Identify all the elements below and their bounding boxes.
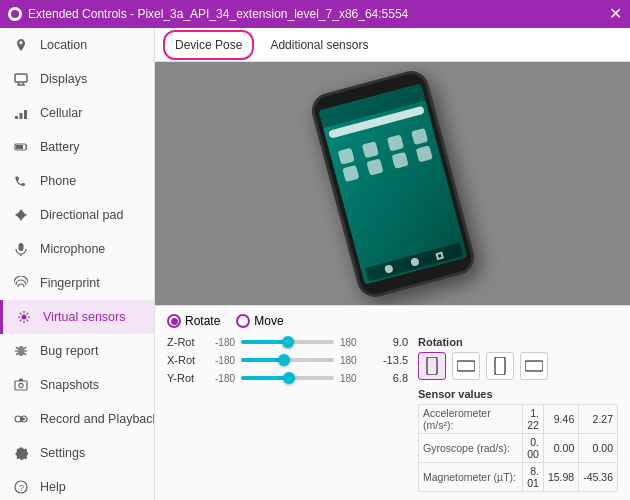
gyro-v2: 0.00 [543,434,578,463]
sidebar: LocationDisplaysCellularBatteryPhoneDire… [0,28,155,500]
mag-v2: 15.98 [543,463,578,492]
sidebar-item-fingerprint[interactable]: Fingerprint [0,266,154,300]
sidebar-item-bug-report[interactable]: Bug report [0,334,154,368]
sidebar-item-location[interactable]: Location [0,28,154,62]
app-icon [8,7,22,21]
sidebar-item-record-playback[interactable]: Record and Playback [0,402,154,436]
accel-v3: 2.27 [579,405,618,434]
sliders-section: Z-Rot -180 180 9.0 X-Rot -180 [167,336,408,492]
svg-marker-30 [20,416,26,422]
phone-icon [415,145,432,162]
svg-rect-11 [16,145,23,149]
svg-line-24 [16,353,18,355]
phone-icon [362,141,379,158]
fingerprint-icon [12,274,30,292]
svg-point-0 [11,10,19,18]
svg-marker-13 [19,218,23,221]
displays-icon [12,70,30,88]
y-rot-track[interactable] [241,376,334,380]
svg-line-25 [24,353,26,355]
device-view [155,62,630,305]
sidebar-item-snapshots[interactable]: Snapshots [0,368,154,402]
sensor-values-label: Sensor values [418,388,618,400]
svg-marker-12 [19,209,23,212]
y-rot-max: 180 [340,373,368,384]
phone-screen [318,83,467,284]
sidebar-item-battery[interactable]: Battery [0,130,154,164]
svg-rect-7 [24,110,27,119]
accel-v2: 9.46 [543,405,578,434]
sidebar-item-displays[interactable]: Displays [0,62,154,96]
sidebar-item-cellular[interactable]: Cellular [0,96,154,130]
sidebar-label-cellular: Cellular [40,106,82,120]
location-icon [12,36,30,54]
rot-portrait[interactable] [418,352,446,380]
phone-nav-back [383,264,393,274]
z-rot-max: 180 [340,337,368,348]
svg-point-19 [22,315,27,320]
svg-rect-6 [20,113,23,119]
close-button[interactable]: ✕ [609,6,622,22]
controls-area: Rotate Move Z-Rot -180 [155,305,630,500]
move-radio[interactable] [236,314,250,328]
mode-row: Rotate Move [167,314,618,328]
x-rot-label: X-Rot [167,354,203,366]
sidebar-label-battery: Battery [40,140,80,154]
sensor-table: Accelerometer (m/s²): 1.22 9.46 2.27 Gyr… [418,404,618,492]
rotate-option[interactable]: Rotate [167,314,220,328]
tab-additional-sensors[interactable]: Additional sensors [258,30,380,60]
move-option[interactable]: Move [236,314,283,328]
accel-name: Accelerometer (m/s²): [419,405,523,434]
sidebar-label-directional-pad: Directional pad [40,208,123,222]
z-rot-label: Z-Rot [167,336,203,348]
phone-nav-recent [435,251,444,260]
y-rot-label: Y-Rot [167,372,203,384]
svg-rect-34 [457,361,475,371]
table-row: Accelerometer (m/s²): 1.22 9.46 2.27 [419,405,618,434]
svg-line-22 [16,347,18,349]
svg-text:?: ? [19,483,24,493]
title-bar: Extended Controls - Pixel_3a_API_34_exte… [0,0,630,28]
record-playback-icon [12,410,30,428]
rotation-label: Rotation [418,336,618,348]
svg-rect-17 [19,243,24,251]
rotate-label: Rotate [185,314,220,328]
phone-icon [386,134,403,151]
y-rot-value: 6.8 [372,372,408,384]
phone-nav-home [409,257,419,267]
rot-landscape-left[interactable] [452,352,480,380]
z-rot-track[interactable] [241,340,334,344]
content-area: Device Pose Additional sensors [155,28,630,500]
phone-icon [342,165,359,182]
phone-icon [391,151,408,168]
svg-marker-15 [24,213,27,217]
sidebar-label-virtual-sensors: Virtual sensors [43,310,125,324]
sensors-section: Rotation [418,336,618,492]
sidebar-item-directional-pad[interactable]: Directional pad [0,198,154,232]
svg-rect-33 [427,357,437,375]
sidebar-item-help[interactable]: ?Help [0,470,154,500]
rot-landscape-right[interactable] [520,352,548,380]
gyro-v1: 0.00 [523,434,544,463]
tab-device-pose[interactable]: Device Pose [163,30,254,60]
sidebar-item-virtual-sensors[interactable]: Virtual sensors [0,300,154,334]
svg-rect-1 [15,74,27,82]
z-rot-min: -180 [207,337,235,348]
gyro-v3: 0.00 [579,434,618,463]
sidebar-item-phone[interactable]: Phone [0,164,154,198]
phone-icon [411,127,428,144]
gyro-name: Gyroscope (rad/s): [419,434,523,463]
sidebar-label-location: Location [40,38,87,52]
sidebar-item-settings[interactable]: Settings [0,436,154,470]
x-rot-track[interactable] [241,358,334,362]
rotate-radio[interactable] [167,314,181,328]
sidebar-item-microphone[interactable]: Microphone [0,232,154,266]
sidebar-label-help: Help [40,480,66,494]
cellular-icon [12,104,30,122]
microphone-icon [12,240,30,258]
rot-portrait-flip[interactable] [486,352,514,380]
svg-rect-26 [15,381,27,390]
x-rot-max: 180 [340,355,368,366]
sidebar-label-microphone: Microphone [40,242,105,256]
battery-icon [12,138,30,156]
